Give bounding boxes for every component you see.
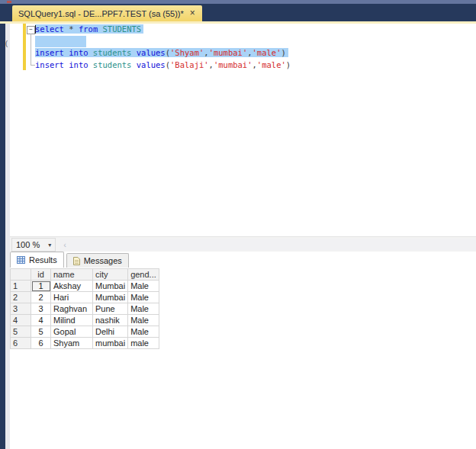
cell-id[interactable]: 5 xyxy=(31,326,51,338)
table-row: 6 6 Shyam mumbai male xyxy=(11,338,159,349)
zoom-level-value: 100 % xyxy=(16,240,40,249)
chevron-down-icon: ▾ xyxy=(48,242,51,249)
sql-keyword: insert into xyxy=(35,48,93,57)
row-header[interactable]: 1 xyxy=(11,281,31,292)
cell-name[interactable]: Raghvan xyxy=(51,303,93,315)
row-header[interactable]: 4 xyxy=(11,315,31,326)
cell-city[interactable]: nashik xyxy=(93,315,128,326)
cell-gender[interactable]: Male xyxy=(128,292,159,303)
results-grid-icon xyxy=(17,256,25,264)
sql-punct: ) xyxy=(286,60,291,69)
row-header[interactable]: 6 xyxy=(11,338,31,349)
horizontal-scrollbar[interactable]: ‹ xyxy=(60,239,476,251)
outline-guide-line xyxy=(31,34,31,65)
cell-name[interactable]: Akshay xyxy=(51,281,93,292)
sql-keyword: from xyxy=(79,24,103,34)
grid-header-row: id name city gend... xyxy=(11,269,159,281)
row-header[interactable]: 2 xyxy=(11,292,31,303)
column-header-name[interactable]: name xyxy=(51,269,93,281)
close-icon[interactable]: × xyxy=(190,9,195,18)
cell-gender[interactable]: Male xyxy=(128,303,159,315)
document-tab-strip: SQLQuery1.sql - DE...PPF7.TEST (sa (55))… xyxy=(0,4,476,21)
sql-identifier: STUDENTS xyxy=(103,24,142,34)
row-header[interactable]: 3 xyxy=(11,303,31,315)
zoom-level-dropdown[interactable]: 100 % ▾ xyxy=(11,238,56,252)
cell-city[interactable]: Mumbai xyxy=(93,292,128,303)
sql-identifier: students xyxy=(93,60,137,69)
table-row: 3 3 Raghvan Pune Male xyxy=(11,303,159,315)
cell-name[interactable]: Shyam xyxy=(51,338,93,349)
table-row: 4 4 Milind nashik Male xyxy=(11,315,159,326)
cell-id[interactable]: 3 xyxy=(31,303,51,315)
selection-block xyxy=(35,36,86,48)
red-indicator xyxy=(7,1,11,3)
code-line[interactable]: insert into students values('Balaji','mu… xyxy=(35,59,291,72)
cell-gender[interactable]: male xyxy=(128,338,159,349)
cell-id[interactable]: 4 xyxy=(31,315,51,326)
sql-keyword: values xyxy=(137,60,166,69)
left-dock-bar xyxy=(0,24,5,449)
sql-string: 'mumbai' xyxy=(209,48,248,57)
cell-name[interactable]: Hari xyxy=(51,292,93,303)
results-pane: Results Messages id name city gend... 1 … xyxy=(10,252,476,449)
cell-id[interactable]: 1 xyxy=(31,281,51,292)
sql-string: 'male' xyxy=(252,48,281,57)
editor-status-strip: 100 % ▾ ‹ xyxy=(10,236,476,252)
sql-editor[interactable]: − select * from STUDENTS insert into stu… xyxy=(10,24,476,236)
code-line[interactable] xyxy=(35,36,291,48)
cell-name[interactable]: Gopal xyxy=(51,326,93,338)
sql-string: 'mumbai' xyxy=(214,60,252,69)
cell-name[interactable]: Milind xyxy=(51,315,93,326)
document-tab[interactable]: SQLQuery1.sql - DE...PPF7.TEST (sa (55))… xyxy=(12,5,202,21)
sql-string: 'Shyam' xyxy=(170,48,204,57)
sql-string: 'male' xyxy=(257,60,286,69)
grid-corner-cell[interactable] xyxy=(11,269,31,281)
column-header-id[interactable]: id xyxy=(31,269,51,281)
sql-identifier: students xyxy=(93,48,137,57)
cell-gender[interactable]: Male xyxy=(128,326,159,338)
cell-city[interactable]: Mumbai xyxy=(93,281,128,292)
collapsed-panel-glyph: ( xyxy=(5,40,8,47)
table-row: 1 1 Akshay Mumbai Male xyxy=(11,281,159,292)
table-row: 2 2 Hari Mumbai Male xyxy=(11,292,159,303)
sql-operator: * xyxy=(69,24,79,34)
messages-icon xyxy=(73,257,80,265)
sql-punct: ) xyxy=(281,48,285,57)
cell-id[interactable]: 6 xyxy=(31,338,51,349)
sql-string: 'Balaji' xyxy=(170,60,209,69)
sql-keyword: select xyxy=(35,24,69,34)
cell-gender[interactable]: Male xyxy=(128,315,159,326)
column-header-gender[interactable]: gend... xyxy=(128,269,159,281)
tab-results-label: Results xyxy=(29,255,57,265)
column-header-city[interactable]: city xyxy=(93,269,128,281)
document-tab-title: SQLQuery1.sql - DE...PPF7.TEST (sa (55))… xyxy=(18,9,184,18)
cell-city[interactable]: Pune xyxy=(93,303,128,315)
ssms-window: SQLQuery1.sql - DE...PPF7.TEST (sa (55))… xyxy=(0,0,476,449)
code-line[interactable]: insert into students values('Shyam','mum… xyxy=(35,47,291,59)
tab-messages[interactable]: Messages xyxy=(66,253,129,268)
row-header[interactable]: 5 xyxy=(11,326,31,338)
cell-city[interactable]: mumbai xyxy=(93,338,128,349)
table-row: 5 5 Gopal Delhi Male xyxy=(11,326,159,338)
change-tracking-bar xyxy=(23,24,26,70)
scroll-left-icon: ‹ xyxy=(63,239,66,251)
cell-gender[interactable]: Male xyxy=(128,281,159,292)
sql-keyword: values xyxy=(137,48,166,57)
results-tab-bar: Results Messages xyxy=(10,252,476,268)
code-area[interactable]: select * from STUDENTS insert into stude… xyxy=(35,24,291,71)
cell-id[interactable]: 2 xyxy=(31,292,51,303)
cell-city[interactable]: Delhi xyxy=(93,326,128,338)
tab-results[interactable]: Results xyxy=(10,252,64,268)
code-line[interactable]: select * from STUDENTS xyxy=(35,24,291,36)
sql-keyword: insert into xyxy=(35,60,93,69)
tab-messages-label: Messages xyxy=(84,256,122,265)
results-grid: id name city gend... 1 1 Akshay Mumbai M… xyxy=(10,268,159,349)
